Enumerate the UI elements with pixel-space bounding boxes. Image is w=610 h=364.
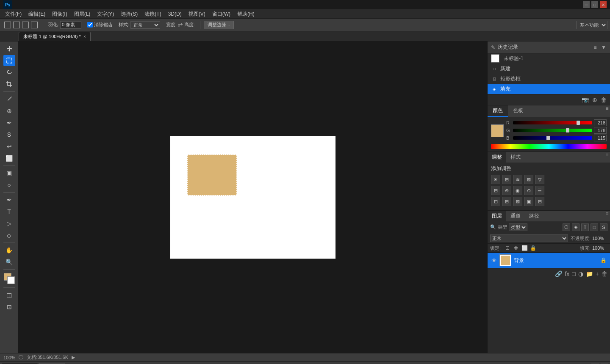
anti-alias-checkbox[interactable] bbox=[87, 22, 93, 28]
tool-eyedropper[interactable] bbox=[3, 94, 15, 105]
tool-zoom[interactable]: 🔍 bbox=[3, 256, 15, 267]
workspace-selector[interactable]: 基本功能 bbox=[576, 21, 607, 29]
adj-levels[interactable]: ⊞ bbox=[502, 175, 511, 184]
layers-panel-menu-btn[interactable]: ≡ bbox=[604, 211, 610, 217]
layers-link-btn[interactable]: 🔗 bbox=[555, 270, 562, 277]
menu-file[interactable]: 文件(F) bbox=[2, 9, 25, 19]
color-tab-color[interactable]: 颜色 bbox=[488, 105, 508, 117]
layers-group-btn[interactable]: 📁 bbox=[586, 270, 593, 277]
menu-edit[interactable]: 编辑(E) bbox=[25, 9, 49, 19]
tool-hand[interactable]: ✋ bbox=[3, 245, 15, 256]
layers-adj-btn[interactable]: ◑ bbox=[578, 270, 583, 277]
tool-text[interactable]: T bbox=[3, 206, 15, 217]
layers-mask-btn[interactable]: □ bbox=[572, 270, 575, 277]
adj-tab-styles[interactable]: 样式 bbox=[506, 152, 525, 163]
tool-eraser[interactable]: ⬜ bbox=[3, 153, 15, 164]
layers-fx-btn[interactable]: fx bbox=[565, 270, 569, 277]
color-panel-menu-btn[interactable]: ≡ bbox=[604, 105, 610, 111]
history-item-2[interactable]: ◈ 填充 bbox=[488, 84, 610, 94]
adj-selectivecolor[interactable]: ⊟ bbox=[535, 197, 544, 206]
layers-tab-layers[interactable]: 图层 bbox=[488, 211, 506, 221]
g-slider[interactable] bbox=[513, 129, 592, 132]
history-create-doc-btn[interactable]: ⊕ bbox=[592, 97, 597, 103]
adj-channelmixer[interactable]: ☰ bbox=[535, 186, 544, 195]
layers-filter-pixel[interactable]: ⬡ bbox=[563, 223, 570, 231]
menu-view[interactable]: 视图(V) bbox=[185, 9, 209, 19]
history-item-1[interactable]: ⊡ 矩形选框 bbox=[488, 74, 610, 84]
adj-posterize[interactable]: ⊞ bbox=[502, 197, 511, 206]
layers-tab-channels[interactable]: 通道 bbox=[506, 211, 525, 221]
layers-delete-btn[interactable]: 🗑 bbox=[602, 270, 607, 277]
tool-lasso[interactable] bbox=[3, 67, 15, 78]
tool-gradient[interactable]: ▣ bbox=[3, 168, 15, 179]
adj-colorbalance[interactable]: ⊚ bbox=[502, 186, 511, 195]
adj-invert[interactable]: ⊡ bbox=[491, 197, 500, 206]
r-value-input[interactable] bbox=[594, 119, 607, 126]
tool-marquee[interactable] bbox=[3, 55, 15, 66]
feather-input[interactable] bbox=[60, 21, 81, 29]
layers-new-btn[interactable]: + bbox=[596, 270, 599, 277]
lock-all-btn[interactable]: 🔒 bbox=[530, 245, 536, 251]
tool-move[interactable] bbox=[3, 43, 15, 54]
layer-visibility-toggle[interactable]: 👁 bbox=[491, 257, 497, 263]
adj-brightness[interactable]: ☀ bbox=[491, 175, 500, 184]
bottom-tab-timeline[interactable]: 时间轴 bbox=[39, 363, 65, 364]
adj-curves[interactable]: ≋ bbox=[513, 175, 522, 184]
adj-threshold[interactable]: ⊠ bbox=[513, 197, 522, 206]
tool-shape[interactable]: ◇ bbox=[3, 230, 15, 241]
style-select[interactable]: 正常 固定比例 固定大小 bbox=[130, 21, 160, 29]
history-snapshot-item[interactable]: 未标题-1 bbox=[488, 53, 610, 63]
lock-artboard-btn[interactable]: ⬜ bbox=[521, 245, 528, 251]
adj-photofilter[interactable]: ⊙ bbox=[524, 186, 533, 195]
background-color[interactable] bbox=[7, 276, 15, 284]
document-tab[interactable]: 未标题-1 @ 100%(RGB/8) * × bbox=[19, 32, 91, 41]
adj-vibrance[interactable]: ▽ bbox=[535, 175, 544, 184]
adjust-edge-button[interactable]: 调整边缘... bbox=[204, 21, 234, 29]
layers-tab-paths[interactable]: 路径 bbox=[525, 211, 543, 221]
menu-layer[interactable]: 图层(L) bbox=[71, 9, 94, 19]
tool-healing[interactable]: ⊕ bbox=[3, 105, 15, 116]
b-slider[interactable] bbox=[513, 136, 592, 140]
b-value-input[interactable] bbox=[594, 135, 607, 141]
minimize-button[interactable]: ─ bbox=[583, 1, 590, 8]
color-spectrum[interactable] bbox=[491, 144, 607, 149]
menu-filter[interactable]: 滤镜(T) bbox=[141, 9, 164, 19]
tool-history-brush[interactable]: ↩ bbox=[3, 141, 15, 152]
adj-tab-adjustments[interactable]: 调整 bbox=[488, 152, 506, 163]
history-more-btn[interactable]: ▼ bbox=[601, 44, 607, 50]
g-value-input[interactable] bbox=[594, 127, 607, 134]
adj-gradientmap[interactable]: ▣ bbox=[524, 197, 533, 206]
r-slider[interactable] bbox=[513, 121, 592, 124]
menu-image[interactable]: 图像(I) bbox=[49, 9, 70, 19]
lock-position-btn[interactable]: ✚ bbox=[513, 245, 519, 251]
menu-window[interactable]: 窗口(W) bbox=[209, 9, 234, 19]
lock-pixels-btn[interactable]: ⊡ bbox=[504, 245, 511, 251]
color-indicator[interactable] bbox=[4, 273, 15, 284]
tool-pen[interactable]: ✒ bbox=[3, 194, 15, 205]
layers-filter-type[interactable]: T bbox=[581, 223, 589, 231]
tool-dodge[interactable]: ○ bbox=[3, 179, 15, 190]
doc-tab-close[interactable]: × bbox=[83, 34, 86, 39]
close-button[interactable]: ✕ bbox=[600, 1, 607, 8]
history-expand-btn[interactable]: ≡ bbox=[592, 44, 598, 50]
layer-item-background[interactable]: 👁 背景 🔒 bbox=[488, 253, 610, 268]
status-arrow[interactable]: ▶ bbox=[72, 355, 75, 360]
bottom-tab-minibridge[interactable]: Mini Bridge bbox=[2, 363, 38, 364]
tool-clone[interactable]: S bbox=[3, 129, 15, 140]
layers-filter-smart[interactable]: S bbox=[600, 223, 607, 231]
maximize-button[interactable]: □ bbox=[591, 1, 598, 8]
adj-bw[interactable]: ◉ bbox=[513, 186, 522, 195]
menu-help[interactable]: 帮助(H) bbox=[234, 9, 258, 19]
color-swatch[interactable] bbox=[491, 124, 504, 137]
menu-text[interactable]: 文字(Y) bbox=[94, 9, 117, 19]
layer-mode-select[interactable]: 正常 bbox=[490, 234, 568, 242]
adj-exposure[interactable]: ⊠ bbox=[524, 175, 533, 184]
history-delete-btn[interactable]: 🗑 bbox=[601, 97, 607, 103]
color-tab-swatches[interactable]: 色板 bbox=[508, 105, 528, 117]
tool-quick-mask[interactable]: ◫ bbox=[3, 290, 15, 301]
menu-3d[interactable]: 3D(D) bbox=[165, 9, 185, 19]
tool-path[interactable]: ▷ bbox=[3, 218, 15, 229]
history-new-snapshot-btn[interactable]: 📷 bbox=[582, 97, 589, 103]
layers-filter-select[interactable]: 类型 名称 bbox=[509, 223, 527, 231]
layers-filter-adjustment[interactable]: ◈ bbox=[572, 223, 580, 231]
